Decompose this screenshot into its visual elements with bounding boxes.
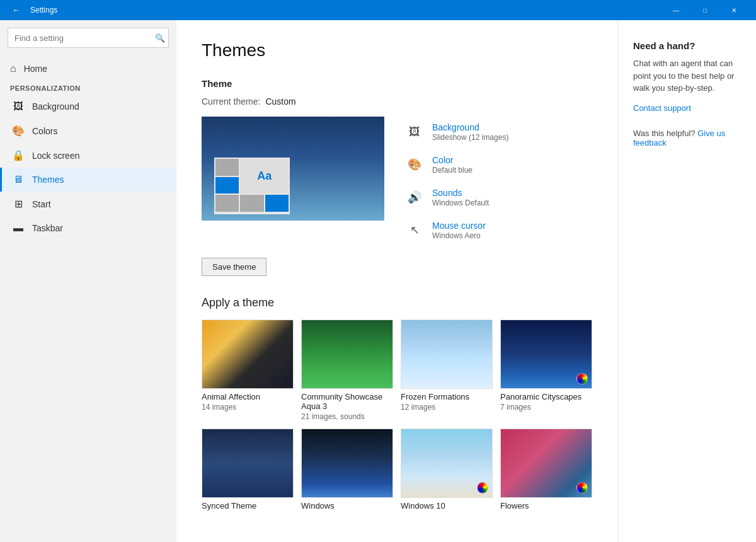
sidebar-item-label: Colors xyxy=(32,126,57,136)
main-content: Themes Theme Current theme: Custom Aa xyxy=(176,20,617,542)
theme-card-sub: 14 images xyxy=(202,403,294,412)
theme-card-windows[interactable]: Windows xyxy=(301,429,393,512)
sidebar-item-label: Themes xyxy=(32,175,64,185)
option-value: Windows Default xyxy=(432,199,489,207)
theme-card-name: Windows 10 xyxy=(401,501,493,510)
theme-card-img xyxy=(301,320,393,389)
back-button[interactable]: ← xyxy=(8,1,25,19)
right-panel: Need a hand? Chat with an agent that can… xyxy=(617,20,756,542)
lock-icon: 🔒 xyxy=(12,149,25,161)
theme-card-sub: 7 images xyxy=(500,403,592,412)
sidebar-item-lock-screen[interactable]: 🔒 Lock screen xyxy=(0,143,176,168)
option-name: Background xyxy=(432,122,508,132)
color-dot-icon xyxy=(477,482,488,493)
themes-icon: 🖥 xyxy=(12,174,25,185)
theme-card-img xyxy=(202,320,294,389)
theme-card-name: Community Showcase Aqua 3 xyxy=(301,392,393,411)
background-icon: 🖼 xyxy=(12,101,25,112)
taskbar-icon: ▬ xyxy=(12,222,25,234)
background-option-icon: 🖼 xyxy=(404,122,425,142)
theme-preview-image: Aa xyxy=(202,117,384,221)
theme-card-img xyxy=(401,429,493,498)
current-theme-row: Current theme: Custom xyxy=(202,96,592,107)
option-name: Sounds xyxy=(432,188,489,198)
help-title: Need a hand? xyxy=(633,40,741,51)
option-value: Windows Aero xyxy=(432,231,486,240)
app-body: 🔍 ⌂ Home Personalization 🖼 Background 🎨 … xyxy=(0,20,756,542)
theme-card-name: Frozen Formations xyxy=(401,392,493,401)
theme-preview-area: Aa 🖼 Background Slideshow (12 images) xyxy=(202,117,592,245)
maximize-button[interactable]: □ xyxy=(690,0,719,20)
window-controls: — □ ✕ xyxy=(662,0,748,20)
option-value: Slideshow (12 images) xyxy=(432,133,508,142)
theme-card-sub: 21 images, sounds xyxy=(301,412,393,421)
sidebar-item-themes[interactable]: 🖥 Themes xyxy=(0,168,176,192)
theme-card-sub: 12 images xyxy=(401,403,493,412)
close-button[interactable]: ✕ xyxy=(719,0,748,20)
theme-card-animal-affection[interactable]: Animal Affection 14 images xyxy=(202,320,294,421)
titlebar: ← Settings — □ ✕ xyxy=(0,0,756,20)
page-title: Themes xyxy=(202,40,592,61)
sidebar-item-colors[interactable]: 🎨 Colors xyxy=(0,118,176,143)
sidebar-section-title: Personalization xyxy=(0,79,176,95)
themes-grid: Animal Affection 14 images Community Sho… xyxy=(202,320,592,512)
color-option-icon: 🎨 xyxy=(404,154,425,175)
theme-card-name: Animal Affection xyxy=(202,392,294,401)
sidebar-item-label: Start xyxy=(32,199,51,209)
theme-card-community-showcase[interactable]: Community Showcase Aqua 3 21 images, sou… xyxy=(301,320,393,421)
search-icon[interactable]: 🔍 xyxy=(155,33,165,43)
search-input[interactable] xyxy=(8,28,169,48)
app-title: Settings xyxy=(30,6,662,14)
theme-card-img xyxy=(202,429,294,498)
sidebar-item-label: Lock screen xyxy=(32,151,79,161)
sidebar: 🔍 ⌂ Home Personalization 🖼 Background 🎨 … xyxy=(0,20,176,542)
theme-card-name: Synced Theme xyxy=(202,501,294,510)
colors-icon: 🎨 xyxy=(12,125,25,137)
save-theme-button[interactable]: Save theme xyxy=(202,258,266,276)
helpful-row: Was this helpful? Give us feedback xyxy=(633,129,741,147)
theme-option-color[interactable]: 🎨 Color Default blue xyxy=(397,149,592,180)
option-name: Color xyxy=(432,155,472,165)
contact-support-link[interactable]: Contact support xyxy=(633,103,691,113)
start-icon: ⊞ xyxy=(12,198,25,210)
theme-card-panoramic-cityscapes[interactable]: Panoramic Cityscapes 7 images xyxy=(500,320,592,421)
sidebar-item-taskbar[interactable]: ▬ Taskbar xyxy=(0,216,176,240)
theme-card-img xyxy=(301,429,393,498)
sidebar-item-background[interactable]: 🖼 Background xyxy=(0,95,176,118)
help-text: Chat with an agent that can point you to… xyxy=(633,57,741,95)
theme-section-title: Theme xyxy=(202,78,592,89)
theme-card-img xyxy=(401,320,493,389)
preview-window: Aa xyxy=(214,158,290,214)
mouse-cursor-option-icon: ↖ xyxy=(404,220,425,240)
sidebar-item-start[interactable]: ⊞ Start xyxy=(0,192,176,216)
apply-theme-title: Apply a theme xyxy=(202,296,592,309)
theme-card-windows-10[interactable]: Windows 10 xyxy=(401,429,493,512)
theme-options: 🖼 Background Slideshow (12 images) 🎨 Col… xyxy=(397,117,592,245)
minimize-button[interactable]: — xyxy=(662,0,690,20)
current-theme-value: Custom xyxy=(265,96,295,107)
theme-option-mouse-cursor[interactable]: ↖ Mouse cursor Windows Aero xyxy=(397,215,592,245)
color-dot-icon xyxy=(576,373,588,384)
option-name: Mouse cursor xyxy=(432,221,486,231)
color-dot-icon xyxy=(576,482,588,493)
theme-option-sounds[interactable]: 🔊 Sounds Windows Default xyxy=(397,182,592,212)
home-icon: ⌂ xyxy=(10,63,16,74)
helpful-text: Was this helpful? xyxy=(633,129,696,138)
sidebar-item-home[interactable]: ⌂ Home xyxy=(0,58,176,79)
home-label: Home xyxy=(24,64,47,74)
theme-card-flowers[interactable]: Flowers xyxy=(500,429,592,512)
theme-card-img xyxy=(500,429,592,498)
sidebar-item-label: Taskbar xyxy=(32,223,63,233)
sounds-option-icon: 🔊 xyxy=(404,187,425,207)
sidebar-item-label: Background xyxy=(32,101,79,112)
theme-card-name: Panoramic Cityscapes xyxy=(500,392,592,401)
theme-card-name: Flowers xyxy=(500,501,592,510)
theme-option-background[interactable]: 🖼 Background Slideshow (12 images) xyxy=(397,117,592,147)
option-value: Default blue xyxy=(432,166,472,175)
theme-card-img xyxy=(500,320,592,389)
search-container: 🔍 xyxy=(8,28,169,48)
theme-card-name: Windows xyxy=(301,501,393,510)
current-theme-label: Current theme: xyxy=(202,96,260,107)
theme-card-frozen-formations[interactable]: Frozen Formations 12 images xyxy=(401,320,493,421)
theme-card-synced-theme[interactable]: Synced Theme xyxy=(202,429,294,512)
